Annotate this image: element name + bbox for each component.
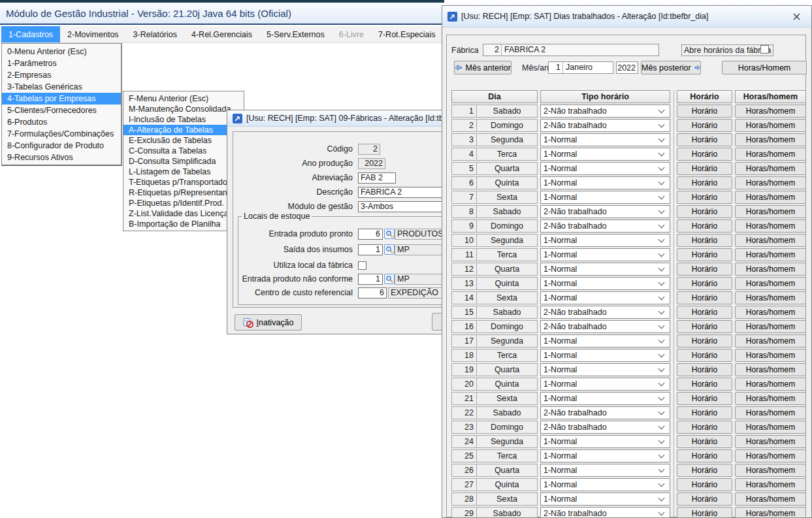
horas-homem-button[interactable]: Horas/homem xyxy=(735,363,806,376)
left-menu-item-5[interactable]: 5-Clientes/Fornecedores xyxy=(2,105,121,116)
horario-button[interactable]: Horário xyxy=(677,493,732,506)
menubar-item-6[interactable]: 7-Rot.Especiais xyxy=(371,26,443,42)
menubar-item-0[interactable]: 1-Cadastros xyxy=(1,26,60,42)
menubar-item-4[interactable]: 5-Serv.Externos xyxy=(259,26,332,42)
tipo-horario-select[interactable]: 1-Normal xyxy=(540,334,670,348)
left-menu-item-9[interactable]: 9-Recursos Ativos xyxy=(2,152,121,163)
horario-button[interactable]: Horário xyxy=(677,176,732,189)
horario-button[interactable]: Horário xyxy=(677,406,732,419)
submenu-item-3[interactable]: A-Alteração de Tabelas xyxy=(123,125,244,135)
tipo-horario-select[interactable]: 2-Não trabalhado xyxy=(540,507,670,517)
left-menu-item-1[interactable]: 1-Parâmetros xyxy=(2,57,121,69)
horas-homem-button[interactable]: Horas/homem xyxy=(735,421,806,434)
horario-button[interactable]: Horário xyxy=(677,133,732,146)
menubar-item-3[interactable]: 4-Rel.Gerenciais xyxy=(184,26,259,42)
tipo-horario-select[interactable]: 1-Normal xyxy=(540,263,670,276)
horas-homem-button[interactable]: Horas/homem xyxy=(735,493,806,506)
tipo-horario-select[interactable]: 1-Normal xyxy=(540,191,670,204)
horario-button[interactable]: Horário xyxy=(677,119,732,132)
submenu-item-7[interactable]: L-Listagem de Tabelas xyxy=(123,167,244,177)
horas-homem-button[interactable]: Horas/homem xyxy=(735,148,806,161)
horario-button[interactable]: Horário xyxy=(677,478,732,491)
horas-homem-button[interactable]: Horas/homem xyxy=(735,349,806,362)
menubar-item-1[interactable]: 2-Movimentos xyxy=(60,26,126,42)
horario-button[interactable]: Horário xyxy=(677,162,732,175)
submenu-item-6[interactable]: D-Consulta Simplificada xyxy=(123,156,244,167)
tipo-horario-select[interactable]: 1-Normal xyxy=(540,291,670,304)
horas-homem-button[interactable]: Horas/homem xyxy=(735,277,806,290)
submenu-item-11[interactable]: Z-List.Validade das Licenças xyxy=(123,208,244,219)
horario-button[interactable]: Horário xyxy=(677,277,732,290)
mes-anterior-button[interactable]: Mês anterior xyxy=(454,61,512,74)
horas-homem-button[interactable]: Horas/homem xyxy=(735,234,806,247)
horario-button[interactable]: Horário xyxy=(677,248,732,261)
horario-button[interactable]: Horário xyxy=(677,378,732,391)
tipo-horario-select[interactable]: 1-Normal xyxy=(540,248,670,261)
saida-insumos-lookup-button[interactable] xyxy=(384,244,395,255)
horario-button[interactable]: Horário xyxy=(677,191,732,204)
horario-button[interactable]: Horário xyxy=(677,219,732,233)
horas-homem-button[interactable]: Horas/homem xyxy=(735,133,806,146)
horas-homem-button[interactable]: Horas/homem xyxy=(735,263,806,276)
menubar-item-2[interactable]: 3-Relatórios xyxy=(126,26,184,42)
tipo-horario-select[interactable]: 1-Normal xyxy=(540,435,670,448)
tipo-horario-select[interactable]: 1-Normal xyxy=(540,234,670,247)
tipo-horario-select[interactable]: 1-Normal xyxy=(540,162,670,175)
tipo-horario-select[interactable]: 1-Normal xyxy=(540,392,670,405)
horario-button[interactable]: Horário xyxy=(677,449,732,462)
tipo-horario-select[interactable]: 2-Não trabalhado xyxy=(540,119,670,132)
entrada-pronto-lookup-button[interactable] xyxy=(384,229,395,239)
horario-button[interactable]: Horário xyxy=(677,148,732,161)
left-menu-item-2[interactable]: 2-Empresas xyxy=(2,69,121,81)
horas-homem-button[interactable]: Horas/homem xyxy=(735,176,806,189)
horario-button[interactable]: Horário xyxy=(677,392,732,405)
left-menu-item-7[interactable]: 7-Formulações/Combinações xyxy=(2,128,121,140)
submenu-item-10[interactable]: P-Etiquetas p/Identif.Prod. xyxy=(123,198,244,208)
tipo-horario-select[interactable]: 1-Normal xyxy=(540,478,670,491)
tipo-horario-select[interactable]: 1-Normal xyxy=(540,449,670,462)
horas-homem-button[interactable]: Horas/homem xyxy=(735,507,806,517)
horas-homem-button[interactable]: Horas/homem xyxy=(735,449,806,462)
submenu-item-12[interactable]: B-Importação de Planilha xyxy=(123,219,244,229)
horario-button[interactable]: Horário xyxy=(677,263,732,276)
tipo-horario-select[interactable]: 1-Normal xyxy=(540,176,670,189)
tipo-horario-select[interactable]: 1-Normal xyxy=(540,378,670,391)
entrada-pronto-field[interactable]: 6 xyxy=(358,229,383,240)
tipo-horario-select[interactable]: 1-Normal xyxy=(540,363,670,376)
left-menu-item-6[interactable]: 6-Produtos xyxy=(2,116,121,128)
horas-homem-top-button[interactable]: Horas/Homem xyxy=(722,61,807,74)
submenu-item-2[interactable]: I-Inclusão de Tabelas xyxy=(123,114,244,125)
horario-button[interactable]: Horário xyxy=(677,306,732,319)
saida-insumos-field[interactable]: 1 xyxy=(358,244,383,255)
horario-button[interactable]: Horário xyxy=(677,320,732,333)
tipo-horario-select[interactable]: 2-Não trabalhado xyxy=(540,421,670,434)
horario-button[interactable]: Horário xyxy=(677,435,732,448)
tipo-horario-select[interactable]: 2-Não trabalhado xyxy=(540,105,670,118)
horario-button[interactable]: Horário xyxy=(677,421,732,434)
submenu-item-1[interactable]: M-Manutenção Consolidada xyxy=(123,104,244,114)
submenu-item-0[interactable]: F-Menu Anterior (Esc) xyxy=(123,93,244,104)
left-menu-item-3[interactable]: 3-Tabelas Genéricas xyxy=(2,81,121,93)
horario-button[interactable]: Horário xyxy=(677,464,732,477)
tipo-horario-select[interactable]: 1-Normal xyxy=(540,133,670,146)
horas-homem-button[interactable]: Horas/homem xyxy=(735,219,806,233)
tipo-horario-select[interactable]: 2-Não trabalhado xyxy=(540,320,670,333)
submenu-item-8[interactable]: T-Etiquetas p/Transportador xyxy=(123,177,244,187)
horario-button[interactable]: Horário xyxy=(677,234,732,247)
horas-homem-button[interactable]: Horas/homem xyxy=(735,435,806,448)
horas-homem-button[interactable]: Horas/homem xyxy=(735,320,806,333)
left-menu-item-0[interactable]: 0-Menu Anterior (Esc) xyxy=(2,46,121,57)
horas-homem-button[interactable]: Horas/homem xyxy=(735,306,806,319)
submenu-item-4[interactable]: E-Exclusão de Tabelas xyxy=(123,135,244,146)
inativacao-button[interactable]: Inativação xyxy=(235,314,302,331)
tipo-horario-select[interactable]: 1-Normal xyxy=(540,349,670,362)
tipo-horario-select[interactable]: 2-Não trabalhado xyxy=(540,219,670,233)
close-button[interactable] xyxy=(787,9,806,24)
ano-field[interactable]: 2022 xyxy=(616,61,638,74)
horas-homem-button[interactable]: Horas/homem xyxy=(735,406,806,419)
tipo-horario-select[interactable]: 1-Normal xyxy=(540,464,670,477)
entrada-nao-conforme-lookup-button[interactable] xyxy=(384,274,395,284)
submenu-item-5[interactable]: C-Consulta a Tabelas xyxy=(123,146,244,156)
horario-button[interactable]: Horário xyxy=(677,334,732,348)
left-menu-item-4[interactable]: 4-Tabelas por Empresas xyxy=(2,93,121,105)
